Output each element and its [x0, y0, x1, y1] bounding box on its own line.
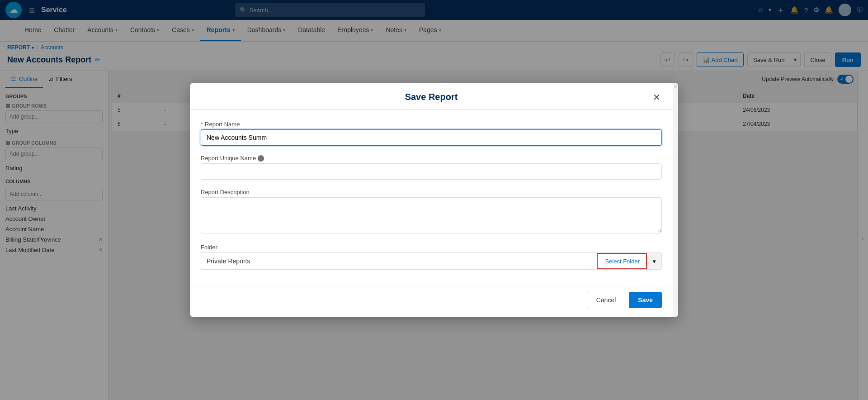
report-description-label: Report Description — [201, 189, 662, 195]
modal-overlay: Save Report ✕ * Report Name — [0, 0, 868, 400]
report-name-field: * Report Name — [201, 121, 662, 146]
modal-header: Save Report ✕ — [190, 83, 673, 110]
cancel-button[interactable]: Cancel — [587, 292, 626, 308]
report-unique-name-label: Report Unique Name i — [201, 155, 662, 162]
folder-value: Private Reports — [201, 253, 597, 269]
folder-label: Folder — [201, 244, 662, 251]
report-name-label: * Report Name — [201, 121, 662, 128]
folder-row: Private Reports Select Folder ▾ — [201, 252, 662, 270]
select-folder-button[interactable]: Select Folder — [597, 253, 647, 269]
modal-content: Save Report ✕ * Report Name — [190, 83, 673, 317]
report-unique-name-input[interactable] — [201, 163, 662, 180]
folder-field: Folder Private Reports Select Folder ▾ — [201, 244, 662, 270]
report-description-input[interactable] — [201, 197, 662, 233]
modal-title: Save Report — [201, 92, 662, 102]
scrollbar-thumb — [674, 85, 677, 88]
modal-scrollbar[interactable] — [673, 83, 678, 317]
info-icon: i — [258, 155, 264, 162]
modal-body: * Report Name Report Unique Name i — [190, 110, 673, 286]
folder-dropdown-button[interactable]: ▾ — [647, 253, 661, 269]
chevron-down-icon: ▾ — [653, 258, 656, 265]
report-unique-name-field: Report Unique Name i — [201, 155, 662, 180]
report-description-field: Report Description — [201, 189, 662, 235]
save-modal-button[interactable]: Save — [629, 292, 662, 308]
report-name-input[interactable] — [201, 129, 662, 146]
modal-footer: Cancel Save — [190, 286, 673, 317]
save-report-modal: Save Report ✕ * Report Name — [190, 83, 678, 317]
required-indicator: * — [201, 121, 203, 128]
modal-close-button[interactable]: ✕ — [649, 90, 664, 105]
